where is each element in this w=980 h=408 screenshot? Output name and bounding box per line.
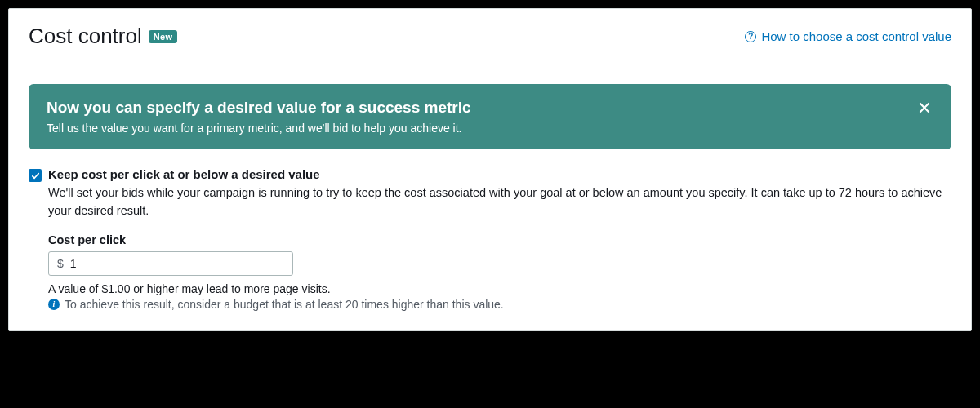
cost-control-panel: Cost control New ? How to choose a cost … xyxy=(8,8,972,331)
option-title: Keep cost per click at or below a desire… xyxy=(48,167,951,181)
close-button[interactable] xyxy=(915,99,933,117)
panel-header: Cost control New ? How to choose a cost … xyxy=(9,9,971,64)
option-row: Keep cost per click at or below a desire… xyxy=(29,167,951,311)
banner-content: Now you can specify a desired value for … xyxy=(47,99,471,135)
banner-subtitle: Tell us the value you want for a primary… xyxy=(47,122,471,135)
cost-per-click-input[interactable] xyxy=(70,257,284,270)
cost-per-click-input-wrap[interactable]: $ xyxy=(48,251,293,276)
title-wrap: Cost control New xyxy=(29,24,177,49)
option-content: Keep cost per click at or below a desire… xyxy=(48,167,951,311)
help-link-text: How to choose a cost control value xyxy=(761,29,951,43)
new-badge: New xyxy=(149,30,178,43)
close-icon xyxy=(918,101,931,114)
info-icon: i xyxy=(48,299,60,310)
budget-info-row: i To achieve this result, consider a bud… xyxy=(48,298,951,311)
banner-title: Now you can specify a desired value for … xyxy=(47,99,471,117)
info-banner: Now you can specify a desired value for … xyxy=(29,84,951,149)
check-icon xyxy=(31,171,40,180)
value-hint: A value of $1.00 or higher may lead to m… xyxy=(48,282,951,295)
option-description: We'll set your bids while your campaign … xyxy=(48,184,951,220)
panel-body: Now you can specify a desired value for … xyxy=(9,64,971,330)
cost-per-click-label: Cost per click xyxy=(48,233,951,246)
keep-cost-checkbox[interactable] xyxy=(29,169,42,182)
question-icon: ? xyxy=(745,31,756,42)
page-title: Cost control xyxy=(29,24,142,49)
budget-info-text: To achieve this result, consider a budge… xyxy=(65,298,504,311)
help-link[interactable]: ? How to choose a cost control value xyxy=(745,29,951,43)
currency-symbol: $ xyxy=(57,257,64,270)
